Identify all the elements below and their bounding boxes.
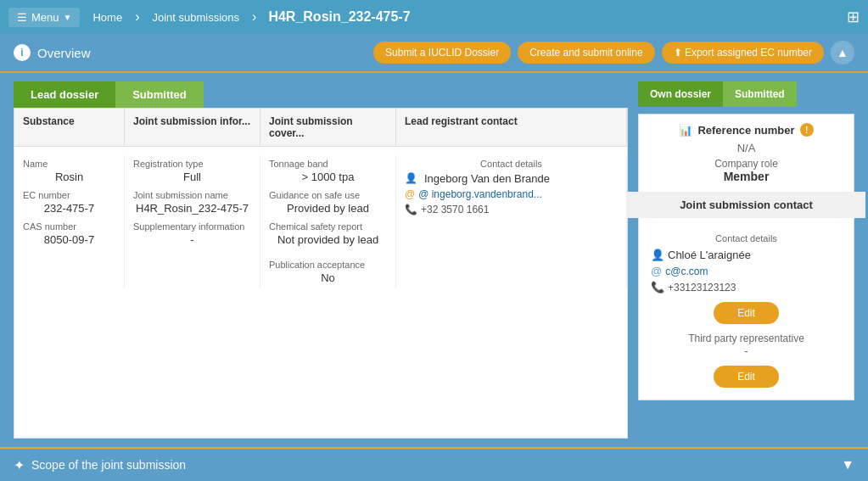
right-panel: Own dossier Submitted 📊 Reference number… bbox=[638, 81, 854, 439]
at-icon-2: @ bbox=[651, 265, 662, 277]
chevron-down-icon: ▼ bbox=[64, 13, 72, 22]
guidance-value: Provided by lead bbox=[269, 202, 387, 215]
supp-info-value: - bbox=[133, 233, 251, 246]
pub-label: Publication acceptance bbox=[269, 260, 387, 270]
main-table: Substance Joint submission infor... Join… bbox=[14, 108, 628, 439]
cas-value: 8050-09-7 bbox=[23, 233, 115, 246]
joint-submissions-link[interactable]: Joint submissions bbox=[148, 11, 244, 24]
third-party-value: - bbox=[651, 344, 842, 357]
menu-label: Menu bbox=[31, 11, 59, 24]
substance-column: Name Rosin EC number 232-475-7 CAS numbe… bbox=[14, 155, 125, 288]
left-tab-bar: Lead dossier Submitted bbox=[14, 81, 628, 108]
hamburger-icon: ☰ bbox=[17, 11, 27, 24]
bar-chart-icon: 📊 bbox=[679, 124, 692, 137]
joint-name-label: Joint submission name bbox=[133, 190, 251, 200]
name-value: Rosin bbox=[23, 171, 115, 183]
third-party-edit-button[interactable]: Edit bbox=[714, 366, 779, 388]
joint-submission-contact-card: Joint submission contact Contact details… bbox=[638, 199, 854, 400]
col-substance-header: Substance bbox=[14, 109, 125, 146]
third-party-label: Third party representative bbox=[651, 333, 842, 344]
col-joint-cover-header: Joint submission cover... bbox=[260, 109, 396, 146]
pub-value: No bbox=[269, 271, 387, 284]
info-icon: i bbox=[14, 44, 31, 61]
left-panel: Lead dossier Submitted Substance Joint s… bbox=[14, 81, 628, 439]
csr-value: Not provided by lead bbox=[269, 233, 387, 246]
lead-contact-phone: +32 3570 1661 bbox=[421, 204, 489, 215]
reference-number-title: 📊 Reference number ! bbox=[651, 123, 842, 137]
submit-iuclid-button[interactable]: Submit a IUCLID Dossier bbox=[373, 42, 511, 64]
person-icon-2: 👤 bbox=[651, 249, 664, 261]
name-label: Name bbox=[23, 159, 115, 169]
reg-type-value: Full bbox=[133, 171, 251, 183]
right-tab-bar: Own dossier Submitted bbox=[638, 81, 854, 107]
at-icon: @ bbox=[405, 188, 415, 200]
joint-cover-column: Tonnage band > 1000 tpa Guidance on safe… bbox=[260, 155, 396, 288]
phone-icon: 📞 bbox=[405, 204, 417, 215]
export-icon: ⬆ bbox=[674, 47, 685, 59]
lead-contact-column: Contact details 👤 Ingeborg Van den Brand… bbox=[396, 155, 627, 288]
reference-number-card: 📊 Reference number ! N/A Company role Me… bbox=[638, 114, 854, 193]
joint-contact-email[interactable]: c@c.com bbox=[665, 266, 708, 277]
overview-section: i Overview bbox=[14, 44, 91, 61]
tonnage-value: > 1000 tpa bbox=[269, 171, 387, 183]
main-content: Lead dossier Submitted Substance Joint s… bbox=[0, 73, 868, 447]
table-body: Name Rosin EC number 232-475-7 CAS numbe… bbox=[14, 147, 627, 296]
bottom-bar: ✦ Scope of the joint submission ▼ bbox=[0, 447, 868, 481]
reg-type-label: Registration type bbox=[133, 159, 251, 169]
tab-submitted[interactable]: Submitted bbox=[115, 81, 204, 108]
csr-label: Chemical safety report bbox=[269, 221, 387, 232]
menu-button[interactable]: ☰ Menu ▼ bbox=[8, 8, 80, 27]
col-lead-contact-header: Lead registrant contact bbox=[396, 109, 627, 146]
collapse-button[interactable]: ▲ bbox=[831, 41, 854, 64]
person-icon: 👤 bbox=[405, 172, 417, 184]
cas-label: CAS number bbox=[23, 221, 115, 232]
overview-label: Overview bbox=[37, 46, 91, 60]
phone-icon-2: 📞 bbox=[651, 281, 664, 294]
joint-contact-name: Chloé L'araignée bbox=[668, 249, 751, 261]
page-title: H4R_Rosin_232-475-7 bbox=[268, 9, 410, 25]
ec-value: 232-475-7 bbox=[23, 202, 115, 215]
col-joint-info-header: Joint submission infor... bbox=[125, 109, 260, 146]
joint-info-column: Registration type Full Joint submission … bbox=[125, 155, 260, 288]
reference-number-value: N/A bbox=[651, 142, 842, 154]
joint-contact-details-label: Contact details bbox=[651, 233, 842, 243]
joint-contact-phone: +33123123123 bbox=[668, 282, 736, 294]
tab-submitted-right[interactable]: Submitted bbox=[723, 81, 797, 107]
breadcrumb-separator-2: › bbox=[252, 9, 256, 25]
scope-collapse-icon[interactable]: ▼ bbox=[841, 457, 854, 473]
joint-contact-edit-button[interactable]: Edit bbox=[714, 302, 779, 324]
tonnage-label: Tonnage band bbox=[269, 159, 387, 169]
contact-details-label: Contact details bbox=[405, 159, 618, 169]
info-bar: i Overview Submit a IUCLID Dossier Creat… bbox=[0, 34, 868, 73]
scope-label: Scope of the joint submission bbox=[31, 458, 186, 472]
supp-info-label: Supplementary information bbox=[133, 221, 251, 232]
grid-view-icon[interactable]: ⊞ bbox=[847, 8, 860, 26]
table-header: Substance Joint submission infor... Join… bbox=[14, 109, 627, 147]
lead-contact-name: Ingeborg Van den Brande bbox=[424, 172, 550, 185]
export-ec-button[interactable]: ⬆ Export assigned EC number bbox=[662, 42, 824, 64]
info-dot-icon: ! bbox=[800, 123, 814, 137]
ec-label: EC number bbox=[23, 190, 115, 200]
breadcrumb-separator: › bbox=[135, 9, 139, 25]
home-link[interactable]: Home bbox=[88, 11, 126, 24]
scope-icon: ✦ bbox=[14, 457, 25, 473]
tab-own-dossier[interactable]: Own dossier bbox=[638, 81, 723, 107]
joint-name-value: H4R_Rosin_232-475-7 bbox=[133, 202, 251, 215]
joint-contact-title: Joint submission contact bbox=[627, 192, 865, 218]
action-buttons: Submit a IUCLID Dossier Create and submi… bbox=[373, 41, 854, 64]
tab-lead-dossier[interactable]: Lead dossier bbox=[14, 81, 115, 108]
scope-section: ✦ Scope of the joint submission bbox=[14, 457, 186, 473]
create-submit-button[interactable]: Create and submit online bbox=[518, 42, 654, 64]
company-role-value: Member bbox=[651, 170, 842, 183]
lead-contact-email[interactable]: @ ingeborg.vandenbrand... bbox=[418, 188, 542, 200]
guidance-label: Guidance on safe use bbox=[269, 190, 387, 200]
top-navigation: ☰ Menu ▼ Home › Joint submissions › H4R_… bbox=[0, 0, 868, 34]
company-role-label: Company role bbox=[651, 158, 842, 170]
